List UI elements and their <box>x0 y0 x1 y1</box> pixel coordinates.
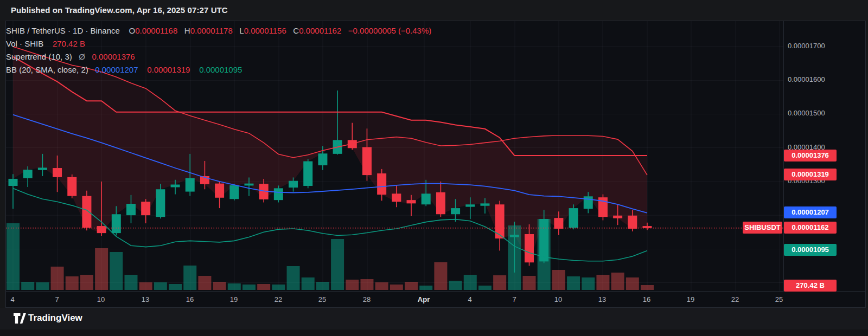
candle-body <box>244 184 253 186</box>
volume-bar <box>552 270 565 290</box>
volume-bar <box>272 285 285 290</box>
bb-label[interactable]: BB (20, SMA, close, 2) <box>6 65 88 74</box>
last-price-badge: 0.00001162 <box>784 222 837 234</box>
candle-body <box>377 173 386 195</box>
change-value: −0.00000005 (−0.43%) <box>348 26 431 35</box>
volume-bar <box>213 282 226 290</box>
candle-body <box>407 200 416 203</box>
candle-body <box>126 204 136 215</box>
volume-label[interactable]: Vol · SHIB <box>6 39 43 48</box>
volume-bar <box>419 286 432 290</box>
time-axis-label: 4 <box>10 295 14 303</box>
candle-body <box>422 193 431 204</box>
supertrend-symbol: Ø <box>79 52 85 61</box>
legend-symbol-row[interactable]: SHIB / TetherUS · 1D · Binance O0.000011… <box>6 26 431 36</box>
volume-bar <box>21 282 34 290</box>
volume-bar <box>567 276 580 290</box>
candle-body <box>539 219 548 261</box>
supertrend-label[interactable]: Supertrend (10, 3) <box>6 52 72 61</box>
volume-bar <box>66 276 79 290</box>
volume-bar <box>449 281 462 290</box>
bottom-strip <box>0 329 868 336</box>
volume-bar <box>36 282 49 290</box>
volume-value-badge: 270.42 B <box>784 280 837 292</box>
volume-bar <box>360 279 373 290</box>
time-axis-label: 22 <box>731 295 739 303</box>
published-bar: Published on TradingView.com, Apr 16, 20… <box>0 0 868 21</box>
time-axis-label: 7 <box>512 295 516 303</box>
bb-upper-value: 0.00001319 <box>147 65 190 74</box>
candle-body <box>642 226 652 228</box>
price-axis-label: 0.00001600 <box>788 75 825 83</box>
candle-body <box>318 153 327 165</box>
legend-volume-row[interactable]: Vol · SHIB 270.42 B <box>6 39 85 49</box>
footer-bar: TradingView <box>0 308 868 329</box>
volume-bar <box>183 266 196 290</box>
legend-bb-row[interactable]: BB (20, SMA, close, 2) 0.00001207 0.0000… <box>6 65 242 75</box>
close-value: 0.00001162 <box>299 26 341 35</box>
bb-basis-value: 0.00001207 <box>95 65 138 74</box>
volume-bar <box>257 284 270 290</box>
candle-body <box>171 185 180 188</box>
candle-body <box>9 179 18 186</box>
candle-body <box>67 177 76 196</box>
volume-bar <box>110 252 123 290</box>
time-axis-label: 25 <box>318 295 326 303</box>
volume-bar <box>478 286 492 290</box>
volume-bar <box>287 266 300 290</box>
candle-body <box>569 208 578 228</box>
legend-supertrend-row[interactable]: Supertrend (10, 3) Ø 0.00001376 <box>6 52 135 62</box>
volume-bar <box>464 275 477 290</box>
candle-body <box>628 216 637 229</box>
time-axis-label: 13 <box>598 295 606 303</box>
candle-body <box>584 196 593 209</box>
price-axis-label: 0.00001700 <box>788 42 825 50</box>
candle-body <box>303 161 312 186</box>
volume-bar <box>626 277 639 290</box>
bb-upper-price-badge: 0.00001319 <box>784 169 837 180</box>
candle-body <box>289 181 298 188</box>
volume-bar <box>346 280 359 290</box>
time-axis-label: 13 <box>142 295 149 303</box>
volume-bar <box>95 248 108 290</box>
volume-bar <box>523 276 536 290</box>
volume-bar <box>169 284 182 290</box>
candle-body <box>82 196 91 228</box>
volume-bar <box>316 282 329 290</box>
low-value: 0.00001156 <box>244 26 286 35</box>
time-axis-label: 7 <box>55 295 59 303</box>
candle-body <box>451 208 460 214</box>
tradingview-brand[interactable]: TradingView <box>28 313 82 324</box>
candle-body <box>392 193 401 202</box>
symbol-title[interactable]: SHIB / TetherUS · 1D · Binance <box>6 26 120 35</box>
time-axis-separator <box>6 291 865 292</box>
volume-bar <box>405 282 418 290</box>
high-label: H <box>184 26 190 35</box>
candle-body <box>436 192 445 214</box>
low-label: L <box>239 26 244 35</box>
candle-body <box>156 189 165 217</box>
candle-body <box>554 218 563 229</box>
volume-bar <box>390 285 403 290</box>
volume-value: 270.42 B <box>53 39 85 48</box>
volume-bar <box>228 283 241 290</box>
volume-bar <box>51 267 64 290</box>
open-label: O <box>129 26 136 35</box>
bb-lower-value: 0.00001095 <box>199 65 242 74</box>
time-axis-label: 28 <box>363 295 371 303</box>
candle-body <box>38 167 47 170</box>
time-axis-label: 16 <box>186 295 194 303</box>
volume-bar <box>80 275 93 290</box>
candle-body <box>362 147 372 175</box>
tradingview-logo-icon[interactable] <box>13 313 26 325</box>
time-axis-label: 19 <box>687 295 694 303</box>
volume-bar <box>124 275 137 290</box>
candle-body <box>23 170 33 178</box>
tradingview-published-chart: Published on TradingView.com, Apr 16, 20… <box>0 0 868 336</box>
candle-body <box>274 188 283 200</box>
bb-basis-price-badge: 0.00001207 <box>784 206 837 218</box>
volume-bar <box>596 275 609 290</box>
volume-bar <box>242 285 256 290</box>
volume-bar <box>375 282 388 290</box>
time-axis-label: 16 <box>643 295 650 303</box>
